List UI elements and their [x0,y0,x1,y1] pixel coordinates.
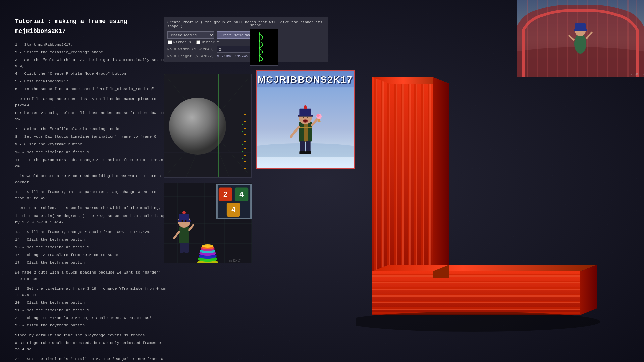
svg-rect-45 [244,141,246,142]
svg-rect-134 [409,77,411,272]
mold-height-label: Mold Height (9.97872) [167,54,214,58]
svg-rect-82 [305,151,311,154]
svg-rect-109 [184,243,189,253]
logo-image [257,85,354,159]
svg-point-26 [259,55,260,56]
tutorial-panel: Tutorial : making a frame using mcjRibbo… [15,17,166,362]
svg-point-97 [202,244,213,248]
svg-rect-46 [244,148,246,149]
red-3d-corner-piece [356,74,644,362]
svg-rect-54 [242,144,243,145]
shape-preview-box: shape [250,23,280,66]
svg-rect-129 [376,77,377,272]
profile-shape-dropdown[interactable]: classic_reeding [167,31,214,39]
step-22: 22 - change to YTranslate 50 cm, Y Scale… [15,315,166,321]
svg-rect-47 [244,155,246,156]
svg-rect-43 [244,128,246,129]
svg-rect-72 [298,116,313,116]
svg-rect-48 [244,161,246,162]
note-7: Since by default the timeline playrange … [15,332,166,339]
step-6: 6 - In the scene find a node named "Prof… [15,86,166,93]
svg-rect-152 [372,302,580,303]
svg-rect-55 [242,151,243,152]
svg-rect-41 [244,114,246,115]
svg-rect-11 [617,0,618,77]
note-2: For better visuals, select all those nod… [15,110,166,123]
svg-rect-79 [300,141,305,153]
svg-rect-148 [372,275,580,277]
step-17: 17 - Click the keyframe button [15,260,166,266]
svg-point-105 [185,220,187,222]
step-20: 20 - Click the keyframe button [15,300,166,306]
mold-width-input[interactable] [217,46,254,53]
svg-rect-56 [242,158,243,159]
svg-point-74 [304,105,307,108]
step-23: 23 - Click the keyframe button [15,322,166,329]
svg-rect-49 [244,168,246,169]
step-3: 3 - Set the "Mold Width" at 2, the heigh… [15,57,166,70]
step-14: 14 - Click the keyframe button [15,237,166,243]
shape-label: shape [250,23,280,27]
step-11: 11 - In the parameters tab, change Z Tra… [15,157,166,170]
svg-rect-150 [372,289,580,290]
svg-rect-132 [396,77,397,272]
svg-rect-5 [557,0,558,77]
step-15: 15 - Set the timeline at frame 2 [15,244,166,251]
step-2: 2 - Select the "classic_reeding" shape, [15,49,166,56]
step-13: 13 - Still at frame 1, change Y Scale fr… [15,229,166,235]
step-10: 10 - Set the timeline at frame 1 [15,149,166,156]
svg-text:2: 2 [223,190,227,198]
svg-point-157 [356,312,600,332]
svg-marker-139 [433,77,449,278]
svg-rect-151 [372,295,580,297]
svg-rect-13 [636,0,637,77]
svg-text:4: 4 [231,206,235,214]
svg-text:mcj2K17: mcj2K17 [229,259,241,262]
svg-point-23 [259,33,260,35]
logo-panel: MCJRIBBONS2K17 [256,70,355,169]
svg-rect-42 [244,121,246,122]
mirror-y-label: Mirror Y [202,40,219,44]
svg-rect-50 [242,118,243,118]
note-4: there's a problem, this would narrow the… [15,205,166,212]
ui-panel: Create Profile ( the group of null nodes… [164,17,328,62]
step-21: 21 - Set the timeline at frame 3 [15,307,166,314]
step-18: 18 - Set the timeline at frame 3 19 - ch… [15,286,166,298]
red-corner-svg [356,74,644,362]
svg-rect-153 [372,309,580,310]
svg-point-104 [182,220,183,222]
svg-rect-57 [242,165,243,165]
svg-rect-108 [180,243,184,253]
svg-rect-3 [537,0,538,77]
svg-rect-137 [429,77,431,272]
ui-panel-title: Create Profile ( the group of null nodes… [167,20,324,28]
svg-rect-10 [607,0,608,77]
svg-rect-21 [253,31,276,64]
viewport-svg [164,74,252,178]
step-8: 8 - Set your Daz Studio timeline (animat… [15,134,166,140]
3d-viewport [164,74,252,178]
mold-width-label: Mold Width (2.012048) [167,47,214,51]
svg-rect-81 [299,151,305,154]
svg-text:4: 4 [239,190,244,198]
svg-point-59 [257,143,354,157]
svg-rect-6 [567,0,568,77]
svg-rect-102 [178,220,191,222]
note-6: we made 2 cuts with a 0.5cm spacing beca… [15,269,166,282]
svg-rect-80 [306,141,311,153]
dice-svg: 2 4 4 [217,184,251,219]
svg-rect-62 [299,127,312,128]
svg-rect-12 [627,0,629,77]
shape-canvas [250,29,278,66]
svg-rect-51 [242,124,243,125]
mirror-y-checkbox[interactable] [196,40,200,44]
mirror-x-checkbox[interactable] [168,40,172,44]
svg-point-25 [259,47,260,49]
mold-height-value: 9.918968135945 [217,54,248,58]
svg-rect-136 [423,77,424,272]
svg-rect-131 [389,77,390,272]
svg-rect-53 [242,138,243,138]
svg-marker-154 [372,265,597,272]
step-7: 7 - Select the "Profile_classic_reeding"… [15,126,166,132]
svg-rect-149 [372,282,580,283]
